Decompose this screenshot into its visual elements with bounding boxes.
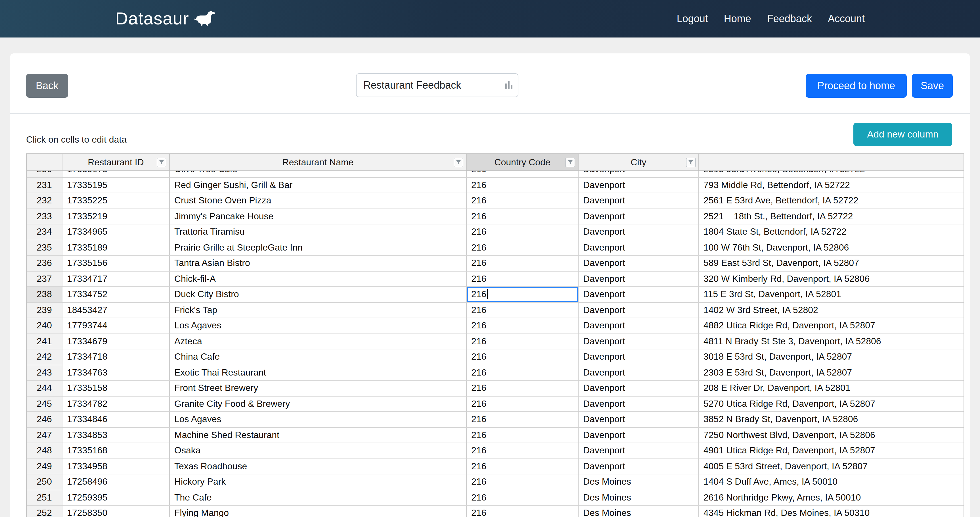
- cell-name[interactable]: Exotic Thai Restaurant: [170, 365, 467, 381]
- cell-code[interactable]: 216: [467, 506, 579, 517]
- cell-addr[interactable]: 793 Middle Rd, Bettendorf, IA 52722: [699, 177, 964, 193]
- filter-icon[interactable]: [686, 157, 695, 167]
- cell-addr[interactable]: 4345 Hickman Rd, Des Moines, IA 50310: [699, 506, 964, 517]
- cell-city[interactable]: Davenport: [579, 256, 699, 271]
- filter-icon[interactable]: [157, 157, 166, 167]
- cell-addr[interactable]: 5270 Utica Ridge Rd, Davenport, IA 52807: [699, 396, 964, 412]
- brand-logo[interactable]: Datasaur: [115, 8, 218, 29]
- cell-name[interactable]: Red Ginger Sushi, Grill & Bar: [170, 177, 467, 193]
- cell-name[interactable]: Machine Shed Restaurant: [170, 428, 467, 443]
- cell-id[interactable]: 17335173: [62, 171, 170, 177]
- cell-id[interactable]: 17335225: [62, 193, 170, 209]
- cell-city[interactable]: Des Moines: [579, 490, 699, 506]
- cell-id[interactable]: 17334679: [62, 334, 170, 349]
- cell-name[interactable]: Front Street Brewery: [170, 381, 467, 396]
- cell-name[interactable]: Los Agaves: [170, 412, 467, 428]
- cell-code[interactable]: 216: [467, 256, 579, 271]
- cell-id[interactable]: 17334958: [62, 459, 170, 474]
- cell-id[interactable]: 18453427: [62, 303, 170, 318]
- cell-id[interactable]: 17334717: [62, 271, 170, 287]
- cell-city[interactable]: Davenport: [579, 271, 699, 287]
- cell-addr[interactable]: 1402 W 3rd Street, IA 52802: [699, 303, 964, 318]
- cell-name[interactable]: Hickory Park: [170, 474, 467, 490]
- cell-addr[interactable]: 7250 Northwest Blvd, Davenport, IA 52806: [699, 428, 964, 443]
- cell-name[interactable]: Los Agaves: [170, 318, 467, 334]
- cell-name[interactable]: Jimmy's Pancake House: [170, 209, 467, 224]
- cell-addr[interactable]: 2561 E 53rd Ave, Bettendorf, IA 52722: [699, 193, 964, 209]
- cell-code[interactable]: 216: [467, 177, 579, 193]
- cell-city[interactable]: Davenport: [579, 209, 699, 224]
- cell-city[interactable]: Davenport: [579, 396, 699, 412]
- cell-name[interactable]: Azteca: [170, 334, 467, 349]
- cell-id[interactable]: 17334763: [62, 365, 170, 381]
- col-header-restaurant-id[interactable]: Restaurant ID: [62, 154, 170, 171]
- cell-addr[interactable]: 2616 Northridge Pkwy, Ames, IA 50010: [699, 490, 964, 506]
- cell-code[interactable]: 216: [467, 224, 579, 240]
- cell-city[interactable]: Davenport: [579, 349, 699, 365]
- cell-id[interactable]: 17258350: [62, 506, 170, 517]
- cell-id[interactable]: 17258496: [62, 474, 170, 490]
- cell-name[interactable]: Flying Mango: [170, 506, 467, 517]
- cell-city[interactable]: Davenport: [579, 365, 699, 381]
- cell-addr[interactable]: 3018 E 53rd St, Davenport, IA 52807: [699, 349, 964, 365]
- cell-id[interactable]: 17335156: [62, 256, 170, 271]
- cell-addr[interactable]: 4901 Utica Ridge Rd, Davenport, IA 52807: [699, 443, 964, 459]
- cell-id[interactable]: 17335189: [62, 240, 170, 256]
- cell-name[interactable]: Olive Tree Cafe: [170, 171, 467, 177]
- cell-addr[interactable]: 1404 S Duff Ave, Ames, IA 50010: [699, 474, 964, 490]
- nav-link-account[interactable]: Account: [828, 13, 865, 25]
- cell-addr[interactable]: 1804 State St, Bettendorf, IA 52722: [699, 224, 964, 240]
- cell-id[interactable]: 17335158: [62, 381, 170, 396]
- cell-id[interactable]: 17334718: [62, 349, 170, 365]
- cell-addr[interactable]: 2521 – 18th St., Bettendorf, IA 52722: [699, 209, 964, 224]
- col-header-city[interactable]: City: [579, 154, 699, 171]
- cell-id[interactable]: 17793744: [62, 318, 170, 334]
- cell-id[interactable]: 17335168: [62, 443, 170, 459]
- cell-id[interactable]: 17335219: [62, 209, 170, 224]
- nav-link-home[interactable]: Home: [724, 13, 751, 25]
- bar-chart-icon[interactable]: [505, 80, 513, 91]
- cell-name[interactable]: China Cafe: [170, 349, 467, 365]
- cell-addr[interactable]: 100 W 76th St, Davenport, IA 52806: [699, 240, 964, 256]
- project-name-input[interactable]: [356, 73, 519, 97]
- cell-city[interactable]: Davenport: [579, 459, 699, 474]
- cell-name[interactable]: Crust Stone Oven Pizza: [170, 193, 467, 209]
- cell-code[interactable]: 216: [467, 474, 579, 490]
- cell-id[interactable]: 17334965: [62, 224, 170, 240]
- cell-name[interactable]: Frick's Tap: [170, 303, 467, 318]
- cell-id[interactable]: 17334846: [62, 412, 170, 428]
- cell-code[interactable]: 216: [467, 303, 579, 318]
- cell-code[interactable]: 216: [467, 287, 579, 303]
- cell-addr[interactable]: 2513 53rd Avenue, Bettendorf, IA 52722: [699, 171, 964, 177]
- cell-id[interactable]: 17259395: [62, 490, 170, 506]
- cell-city[interactable]: Davenport: [579, 303, 699, 318]
- cell-code[interactable]: 216: [467, 428, 579, 443]
- cell-id[interactable]: 17334853: [62, 428, 170, 443]
- cell-code[interactable]: 216: [467, 349, 579, 365]
- cell-id[interactable]: 17334752: [62, 287, 170, 303]
- cell-id[interactable]: 17335195: [62, 177, 170, 193]
- cell-name[interactable]: The Cafe: [170, 490, 467, 506]
- cell-city[interactable]: Davenport: [579, 318, 699, 334]
- cell-city[interactable]: Davenport: [579, 171, 699, 177]
- cell-name[interactable]: Chick-fil-A: [170, 271, 467, 287]
- cell-code[interactable]: 216: [467, 171, 579, 177]
- cell-name[interactable]: Osaka: [170, 443, 467, 459]
- cell-city[interactable]: Davenport: [579, 381, 699, 396]
- add-new-column-button[interactable]: Add new column: [853, 123, 952, 146]
- cell-city[interactable]: Davenport: [579, 287, 699, 303]
- cell-code[interactable]: 216: [467, 412, 579, 428]
- cell-city[interactable]: Davenport: [579, 177, 699, 193]
- nav-link-logout[interactable]: Logout: [677, 13, 708, 25]
- cell-id[interactable]: 17334782: [62, 396, 170, 412]
- cell-addr[interactable]: 320 W Kimberly Rd, Davenport, IA 52806: [699, 271, 964, 287]
- cell-addr[interactable]: 4882 Utica Ridge Rd, Davenport, IA 52807: [699, 318, 964, 334]
- cell-city[interactable]: Davenport: [579, 240, 699, 256]
- cell-code[interactable]: 216: [467, 365, 579, 381]
- cell-code[interactable]: 216: [467, 396, 579, 412]
- proceed-to-home-button[interactable]: Proceed to home: [806, 74, 907, 98]
- cell-city[interactable]: Davenport: [579, 443, 699, 459]
- cell-name[interactable]: Tantra Asian Bistro: [170, 256, 467, 271]
- cell-name[interactable]: Duck City Bistro: [170, 287, 467, 303]
- table-scroll-viewport[interactable]: 23017335173Olive Tree Cafe216Davenport25…: [27, 171, 964, 517]
